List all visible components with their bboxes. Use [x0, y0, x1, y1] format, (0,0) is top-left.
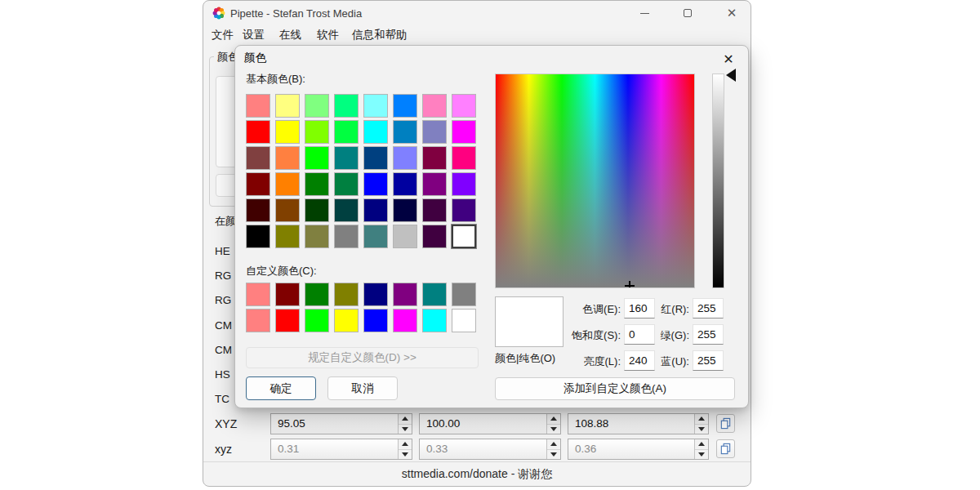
custom-color-swatch[interactable] [305, 283, 329, 306]
titlebar[interactable]: Pipette - Stefan Trost Media ✕ [203, 1, 751, 25]
luminance-slider[interactable] [712, 74, 724, 288]
custom-color-swatch[interactable] [275, 283, 300, 306]
custom-color-swatch[interactable] [393, 283, 417, 306]
basic-color-swatch[interactable] [393, 198, 417, 222]
basic-color-swatch[interactable] [422, 120, 447, 144]
spin-up-icon [550, 442, 557, 446]
basic-color-swatch[interactable] [305, 172, 329, 196]
basic-color-swatch[interactable] [275, 172, 300, 196]
custom-color-swatch[interactable] [422, 283, 447, 306]
green-field[interactable]: 255 [693, 324, 724, 345]
basic-color-swatch[interactable] [305, 94, 329, 118]
custom-color-swatch[interactable] [452, 283, 476, 306]
xyz-x-field[interactable]: 95.05 [270, 413, 412, 434]
basic-color-swatch[interactable] [363, 225, 388, 248]
custom-color-swatch[interactable] [246, 283, 270, 306]
basic-color-swatch[interactable] [422, 146, 447, 170]
custom-color-swatch[interactable] [334, 283, 359, 306]
custom-color-swatch[interactable] [422, 309, 447, 332]
custom-color-swatch[interactable] [363, 309, 388, 332]
xyz-norm-z-spinner[interactable] [694, 439, 708, 459]
basic-color-swatch[interactable] [334, 94, 359, 118]
custom-color-swatch[interactable] [334, 309, 359, 332]
hue-saturation-field[interactable] [495, 74, 695, 288]
basic-color-swatch[interactable] [305, 120, 329, 144]
basic-color-swatch[interactable] [363, 146, 388, 170]
custom-color-swatch[interactable] [275, 309, 300, 332]
basic-color-swatch[interactable] [305, 146, 329, 170]
basic-color-swatch[interactable] [305, 198, 329, 222]
basic-color-swatch[interactable] [422, 94, 447, 118]
basic-color-swatch[interactable] [363, 172, 388, 196]
basic-color-swatch[interactable] [452, 198, 476, 222]
basic-color-swatch[interactable] [305, 225, 329, 248]
basic-color-swatch[interactable] [363, 120, 388, 144]
xyz-y-field[interactable]: 100.00 [419, 413, 561, 434]
basic-color-swatch[interactable] [422, 225, 447, 248]
add-to-custom-colors-button[interactable]: 添加到自定义颜色(A) [495, 377, 735, 400]
custom-color-swatch[interactable] [393, 309, 417, 332]
xyz-x-spinner[interactable] [398, 414, 412, 434]
basic-color-swatch[interactable] [275, 198, 300, 222]
basic-color-swatch[interactable] [334, 172, 359, 196]
saturation-label: 饱和度(S): [559, 328, 621, 343]
basic-color-swatch[interactable] [334, 146, 359, 170]
basic-color-swatch[interactable] [452, 94, 476, 118]
xyz-norm-x-field[interactable]: 0.31 [270, 439, 412, 460]
cancel-button[interactable]: 取消 [327, 376, 398, 400]
menu-software[interactable]: 软件 [317, 28, 339, 42]
basic-color-swatch[interactable] [246, 120, 270, 144]
xyz-z-spinner[interactable] [694, 414, 708, 434]
basic-color-swatch[interactable] [393, 172, 417, 196]
menu-info-help[interactable]: 信息和帮助 [352, 28, 408, 42]
luminance-arrow-handle[interactable] [726, 69, 736, 82]
custom-color-swatch[interactable] [452, 309, 476, 332]
custom-color-swatch[interactable] [246, 309, 270, 332]
xyz-norm-y-field[interactable]: 0.33 [419, 439, 561, 460]
basic-color-swatch[interactable] [393, 146, 417, 170]
basic-color-swatch[interactable] [334, 120, 359, 144]
maximize-button[interactable] [673, 2, 702, 24]
menu-settings[interactable]: 设置 [243, 28, 265, 42]
basic-color-swatch[interactable] [334, 198, 359, 222]
basic-color-swatch[interactable] [334, 225, 359, 248]
close-button[interactable]: ✕ [717, 2, 746, 24]
xyz-norm-y-spinner[interactable] [546, 439, 560, 459]
basic-color-swatch[interactable] [452, 225, 476, 248]
xyz-z-field[interactable]: 108.88 [568, 413, 709, 434]
basic-color-swatch[interactable] [363, 198, 388, 222]
basic-color-swatch[interactable] [275, 120, 300, 144]
custom-color-swatch[interactable] [363, 283, 388, 306]
define-custom-colors-button[interactable]: 规定自定义颜色(D) >> [246, 347, 479, 368]
basic-color-swatch[interactable] [422, 198, 447, 222]
blue-field[interactable]: 255 [693, 350, 724, 371]
menu-online[interactable]: 在线 [279, 28, 301, 42]
red-field[interactable]: 255 [693, 298, 724, 318]
ok-button[interactable]: 确定 [246, 376, 316, 400]
xyz-norm-copy-button[interactable] [716, 439, 735, 458]
basic-color-swatch[interactable] [246, 146, 270, 170]
basic-color-swatch[interactable] [246, 172, 270, 196]
xyz-y-spinner[interactable] [546, 414, 560, 434]
xyz-copy-button[interactable] [716, 414, 735, 433]
basic-color-swatch[interactable] [275, 146, 300, 170]
basic-color-swatch[interactable] [393, 120, 417, 144]
menu-file[interactable]: 文件 [212, 28, 234, 42]
basic-color-swatch[interactable] [452, 120, 476, 144]
basic-color-swatch[interactable] [452, 146, 476, 170]
basic-color-swatch[interactable] [275, 225, 300, 248]
dialog-close-button[interactable]: ✕ [713, 47, 744, 70]
xyz-norm-x-spinner[interactable] [398, 439, 412, 459]
minimize-button[interactable] [630, 2, 659, 24]
basic-color-swatch[interactable] [393, 94, 417, 118]
basic-color-swatch[interactable] [246, 198, 270, 222]
basic-color-swatch[interactable] [452, 172, 476, 196]
basic-color-swatch[interactable] [246, 94, 270, 118]
basic-color-swatch[interactable] [246, 225, 270, 248]
xyz-norm-z-field[interactable]: 0.36 [568, 439, 709, 460]
basic-color-swatch[interactable] [422, 172, 447, 196]
basic-color-swatch[interactable] [275, 94, 300, 118]
basic-color-swatch[interactable] [363, 94, 388, 118]
custom-color-swatch[interactable] [305, 309, 329, 332]
basic-color-swatch[interactable] [393, 225, 417, 248]
